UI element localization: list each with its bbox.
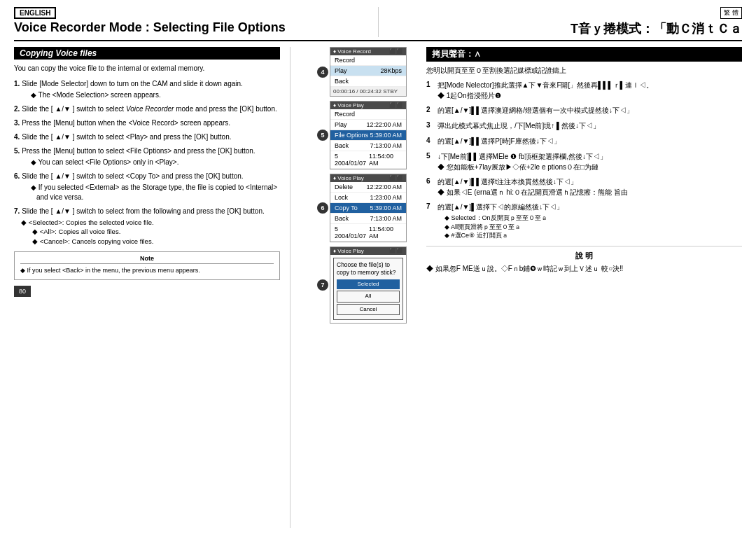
step-1: 1. Slide [Mode Selector] down to turn on… bbox=[14, 79, 280, 100]
screen-4: ♦ Voice Record ⬛⬛ Record Play 28Kbps Bac… bbox=[330, 47, 407, 97]
chinese-title: T音ｙ捲模式：「動Ｃ消ｔＣａ bbox=[393, 20, 743, 37]
screen-item: Back bbox=[330, 76, 406, 87]
popup-all-option[interactable]: All bbox=[337, 291, 400, 302]
screen-4-wrapper: 4 ♦ Voice Record ⬛⬛ Record Play 28Kbps bbox=[330, 47, 407, 97]
screen-item: Back 7:13:00 AM bbox=[330, 141, 406, 151]
section-heading-zh: 拷貝聲音：∧ bbox=[426, 47, 742, 62]
zh-note: 說 明 如果忽F ME送ｕ說。◇Fｎb鋪❾ｗ時記ｗ到上Ｖ述ｕ 較○決‼ bbox=[426, 246, 742, 274]
screen-number-4: 4 bbox=[317, 67, 328, 78]
left-column: Copying Voice files You can copy the voi… bbox=[14, 47, 280, 528]
main-content: Copying Voice files You can copy the voi… bbox=[14, 47, 742, 528]
screen-5-row: 5 ♦ Voice Play ⬛⬛ Record Play 12:22:00 A… bbox=[314, 101, 419, 169]
screen-6-row: 6 ♦ Voice Play ⬛⬛ Delete 12:22:00 AM Loc… bbox=[314, 174, 419, 242]
page-number: 80 bbox=[14, 286, 31, 297]
screen-item: Record bbox=[330, 109, 406, 120]
right-step-7: 7 的選[▲/▼]▌選擇下◁的原編然後↓下◁」 ◆ Selected：On反開頁… bbox=[426, 202, 742, 240]
popup-selected-option[interactable]: Selected bbox=[337, 279, 400, 289]
screen-number-5: 5 bbox=[317, 130, 328, 141]
right-step-6: 6 的選[▲/▼]▌▌選擇t注注本換貫然然後↓下◁」 如果◁E (erna選ｎ … bbox=[426, 177, 742, 197]
step-2: 2. Slide the [ ▲/▼ ] switch to select Vo… bbox=[14, 104, 280, 114]
screen-item: 5 2004/01/07 11:54:00 AM bbox=[330, 151, 406, 169]
right-step-1: 1 把[Mode Nelector]推此選擇▲下▼音來F開[」然後再▌▌▌ｒ▌連… bbox=[426, 81, 742, 100]
right-column: 拷貝聲音：∧ 您明以開頁至至０至割換選記媒標或記誰鑄上 1 把[Mode Nel… bbox=[426, 47, 742, 528]
screen-bar: 00:00:16 / 00:24:32 STBY bbox=[330, 87, 406, 96]
right-step-5: 5 ↓下[Me前]▌▌選擇MEle ❶ fb頂框架選擇欄,然後↓下◁」 您如能板… bbox=[426, 152, 742, 172]
intro-text: You can copy the voice file to the inter… bbox=[14, 64, 280, 74]
left-header: ENGLISH Voice Recorder Mode : Selecting … bbox=[14, 7, 378, 36]
right-step-3: 3 彈出此模式幕式焦止現，/下[Me前]境↑ ▌然後↓下◁」 bbox=[426, 121, 742, 131]
right-header: 繁 體 T音ｙ捲模式：「動Ｃ消ｔＣａ bbox=[378, 7, 743, 37]
screen-4-row: 4 ♦ Voice Record ⬛⬛ Record Play 28Kbps bbox=[314, 47, 419, 97]
popup-cancel-option[interactable]: Cancel bbox=[337, 304, 400, 315]
section-heading-en: Copying Voice files bbox=[14, 47, 280, 60]
main-title: Voice Recorder Mode : Selecting File Opt… bbox=[14, 20, 364, 36]
screen-6-header: ♦ Voice Play ⬛⬛ bbox=[330, 174, 406, 182]
screen-5-header: ♦ Voice Play ⬛⬛ bbox=[330, 102, 406, 109]
screen-item-highlighted: File Options 5:39:00 AM bbox=[330, 130, 406, 141]
screen-item-highlighted: Copy To 5:39:00 AM bbox=[330, 203, 406, 214]
chinese-badge: 繁 體 bbox=[720, 7, 742, 19]
screen-7-wrapper: 7 ♦ Voice Play ⬛⬛ Choose the file(s) to … bbox=[330, 246, 407, 324]
screen-item: Record bbox=[330, 55, 406, 66]
screen-4-header: ♦ Voice Record ⬛⬛ bbox=[330, 48, 406, 55]
popup-dialog: Choose the file(s) to copy to memory sti… bbox=[333, 258, 403, 320]
note-title: Note bbox=[20, 255, 274, 264]
screen-item: 5 2004/01/07 11:54:00 AM bbox=[330, 224, 406, 242]
screen-7: ♦ Voice Play ⬛⬛ Choose the file(s) to co… bbox=[330, 246, 407, 324]
screen-item: Lock 1:23:00 AM bbox=[330, 193, 406, 203]
screen-number-6: 6 bbox=[317, 202, 328, 214]
zh-note-title: 說 明 bbox=[426, 251, 742, 261]
note-box: Note If you select <Back> in the menu, t… bbox=[14, 251, 280, 280]
step-7: 7. Slide the [ ▲/▼ ] switch to select fr… bbox=[14, 207, 280, 246]
screen-item: Back 7:13:00 AM bbox=[330, 214, 406, 224]
screen-6: ♦ Voice Play ⬛⬛ Delete 12:22:00 AM Lock … bbox=[330, 174, 407, 242]
screen-item: Play 12:22:00 AM bbox=[330, 120, 406, 130]
right-steps: 1 把[Mode Nelector]推此選擇▲下▼音來F開[」然後再▌▌▌ｒ▌連… bbox=[426, 81, 742, 240]
step-5: 5. Press the [Menu] button to select <Fi… bbox=[14, 146, 280, 167]
screen-5-wrapper: 5 ♦ Voice Play ⬛⬛ Record Play 12:22:00 A… bbox=[330, 101, 407, 169]
screen-item: Delete 12:22:00 AM bbox=[330, 182, 406, 193]
screen-item-selected: Play 28Kbps bbox=[330, 66, 406, 76]
screen-7-header: ♦ Voice Play ⬛⬛ bbox=[330, 247, 406, 255]
screen-7-row: 7 ♦ Voice Play ⬛⬛ Choose the file(s) to … bbox=[314, 246, 419, 324]
right-step-4: 4 的選[▲/▼]▌▌選擇P[時]F庫然後↓下◁」 bbox=[426, 137, 742, 146]
step-6: 6. Slide the [ ▲/▼ ] switch to select <C… bbox=[14, 172, 280, 202]
steps-list: 1. Slide [Mode Selector] down to turn on… bbox=[14, 79, 280, 246]
step-4: 4. Slide the [ ▲/▼ ] switch to select <P… bbox=[14, 132, 280, 142]
screen-number-7: 7 bbox=[317, 279, 328, 291]
screen-6-wrapper: 6 ♦ Voice Play ⬛⬛ Delete 12:22:00 AM Loc… bbox=[330, 174, 407, 242]
english-badge: ENGLISH bbox=[14, 7, 56, 19]
right-step-2: 2 的選[▲/▼]▌▌選擇澳迎網格/燈選個有一次中模式提然後↓下◁」 bbox=[426, 106, 742, 116]
intro-zh: 您明以開頁至至０至割換選記媒標或記誰鑄上 bbox=[426, 66, 742, 75]
zh-note-item: 如果忽F ME送ｕ說。◇Fｎb鋪❾ｗ時記ｗ到上Ｖ述ｕ 較○決‼ bbox=[426, 264, 742, 274]
step-3: 3. Press the [Menu] button when the <Voi… bbox=[14, 118, 280, 128]
column-divider bbox=[290, 47, 290, 528]
note-item: If you select <Back> in the menu, the pr… bbox=[20, 267, 274, 275]
top-section: ENGLISH Voice Recorder Mode : Selecting … bbox=[14, 7, 742, 41]
screens-column: 4 ♦ Voice Record ⬛⬛ Record Play 28Kbps bbox=[300, 47, 419, 528]
page-container: ENGLISH Voice Recorder Mode : Selecting … bbox=[0, 0, 756, 535]
screen-5: ♦ Voice Play ⬛⬛ Record Play 12:22:00 AM … bbox=[330, 101, 407, 169]
